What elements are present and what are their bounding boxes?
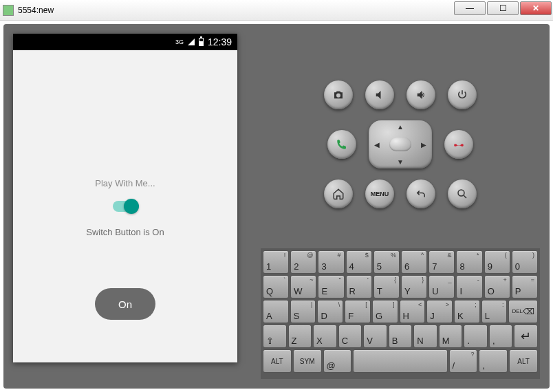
device-wrap: 3G 12:39 Play With Me... Switch Button i… xyxy=(13,34,251,381)
key-A[interactable]: A xyxy=(263,300,289,323)
back-button[interactable] xyxy=(406,179,435,208)
key-E[interactable]: E" xyxy=(318,275,344,298)
dpad-up[interactable]: ▲ xyxy=(397,123,404,131)
key-sym[interactable]: SYM xyxy=(293,349,322,373)
key-6[interactable]: 6^ xyxy=(401,250,427,274)
button-row-2: ▲ ▼ ◀ ▶ xyxy=(327,120,473,168)
button-row-3: MENU xyxy=(324,179,477,208)
key-comma[interactable]: , xyxy=(479,349,508,373)
key-N[interactable]: N xyxy=(413,325,437,348)
key-row-5: ALTSYM@/?,ALT xyxy=(263,349,538,373)
clock: 12:39 xyxy=(208,36,232,47)
key-enter[interactable]: ↵ xyxy=(514,325,538,348)
on-button[interactable]: On xyxy=(95,288,155,320)
key-D[interactable]: D\ xyxy=(317,300,343,323)
key-J[interactable]: J> xyxy=(426,300,453,323)
power-icon xyxy=(456,89,468,101)
home-button[interactable] xyxy=(324,179,353,208)
emulator-window: 5554:new — ☐ ✕ 3G 12:39 Play With Me... xyxy=(0,0,553,392)
switch-toggle[interactable] xyxy=(113,201,138,212)
key-shift[interactable]: ⇧ xyxy=(263,325,287,348)
search-button[interactable] xyxy=(448,179,477,208)
key-2[interactable]: 2@ xyxy=(290,250,316,274)
key-delete[interactable]: DEL⌫ xyxy=(508,300,538,323)
power-button[interactable] xyxy=(448,80,477,109)
dpad-center[interactable] xyxy=(389,138,411,151)
key-7[interactable]: 7& xyxy=(429,250,455,274)
button-row-1 xyxy=(324,80,477,109)
minimize-button[interactable]: — xyxy=(454,1,486,15)
key-,[interactable]: , xyxy=(489,325,513,348)
key-M[interactable]: M xyxy=(439,325,463,348)
call-button[interactable] xyxy=(327,130,356,159)
key-F[interactable]: F[ xyxy=(345,300,371,323)
key-8[interactable]: 8* xyxy=(456,250,482,274)
key-1[interactable]: 1! xyxy=(263,250,289,274)
signal-icon xyxy=(188,39,195,45)
dpad-left[interactable]: ◀ xyxy=(374,141,380,149)
key-V[interactable]: V xyxy=(363,325,387,348)
key-Q[interactable]: Q` xyxy=(263,275,289,298)
key-row-1: 1!2@3#4$5%6^7&8*9(0) xyxy=(263,250,538,274)
key-4[interactable]: 4$ xyxy=(346,250,372,274)
network-label: 3G xyxy=(175,39,184,45)
close-button[interactable]: ✕ xyxy=(520,1,552,15)
end-call-icon xyxy=(453,138,465,151)
controls-panel: ▲ ▼ ◀ ▶ MENU xyxy=(261,34,540,379)
key-K[interactable]: K; xyxy=(454,300,480,323)
key-3[interactable]: 3# xyxy=(318,250,344,274)
key-row-4: ⇧ZXCVBNM.,↵ xyxy=(263,325,538,348)
key-space[interactable] xyxy=(353,349,447,373)
dpad: ▲ ▼ ◀ ▶ xyxy=(369,120,432,168)
key-G[interactable]: G] xyxy=(372,300,398,323)
volume-down-icon xyxy=(373,89,386,101)
key-U[interactable]: U_ xyxy=(429,275,455,298)
dpad-down[interactable]: ▼ xyxy=(397,158,404,166)
key-T[interactable]: T{ xyxy=(373,275,400,298)
dpad-right[interactable]: ▶ xyxy=(421,141,426,149)
home-icon xyxy=(332,188,345,200)
hardware-buttons: ▲ ▼ ◀ ▶ MENU xyxy=(261,34,540,248)
key-row-3: AS|D\F[G]H<J>K;L:DEL⌫ xyxy=(263,300,538,323)
key-at[interactable]: @ xyxy=(323,349,352,373)
key-Z[interactable]: Z xyxy=(288,325,312,348)
key-5[interactable]: 5% xyxy=(373,250,400,274)
key-S[interactable]: S| xyxy=(290,300,316,323)
key-row-2: Q`W~E"R'T{Y}U_I-O+P= xyxy=(263,275,538,298)
svg-point-0 xyxy=(458,190,464,196)
key-H[interactable]: H< xyxy=(400,300,426,323)
switch-status: Switch Button is On xyxy=(86,227,164,237)
app-body: Play With Me... Switch Button is On On xyxy=(13,50,237,362)
key-alt-left[interactable]: ALT xyxy=(263,349,292,373)
window-buttons: — ☐ ✕ xyxy=(454,1,552,15)
key-B[interactable]: B xyxy=(389,325,413,348)
key-X[interactable]: X xyxy=(313,325,337,348)
volume-down-button[interactable] xyxy=(365,80,394,109)
titlebar: 5554:new — ☐ ✕ xyxy=(0,0,553,21)
key-.[interactable]: . xyxy=(464,325,488,348)
key-I[interactable]: I- xyxy=(456,275,482,298)
key-9[interactable]: 9( xyxy=(484,250,510,274)
key-alt-right[interactable]: ALT xyxy=(509,349,538,373)
key-C[interactable]: C xyxy=(338,325,362,348)
key-O[interactable]: O+ xyxy=(484,275,510,298)
emulator-frame: 3G 12:39 Play With Me... Switch Button i… xyxy=(3,24,550,389)
camera-button[interactable] xyxy=(324,80,353,109)
device-screen[interactable]: 3G 12:39 Play With Me... Switch Button i… xyxy=(13,34,237,362)
key-P[interactable]: P= xyxy=(512,275,538,298)
key-W[interactable]: W~ xyxy=(290,275,316,298)
client-area: 3G 12:39 Play With Me... Switch Button i… xyxy=(0,21,553,392)
key-0[interactable]: 0) xyxy=(512,250,538,274)
key-Y[interactable]: Y} xyxy=(401,275,427,298)
keyboard: 1!2@3#4$5%6^7&8*9(0) Q`W~E"R'T{Y}U_I-O+P… xyxy=(261,248,540,379)
battery-icon xyxy=(199,38,204,46)
volume-up-button[interactable] xyxy=(406,80,435,109)
key-R[interactable]: R' xyxy=(346,275,372,298)
end-call-button[interactable] xyxy=(444,130,473,159)
menu-button[interactable]: MENU xyxy=(365,179,394,208)
key-L[interactable]: L: xyxy=(481,300,508,323)
search-icon xyxy=(456,188,468,200)
maximize-button[interactable]: ☐ xyxy=(487,1,519,15)
switch-thumb xyxy=(124,199,139,214)
key-slash[interactable]: /? xyxy=(449,349,478,373)
